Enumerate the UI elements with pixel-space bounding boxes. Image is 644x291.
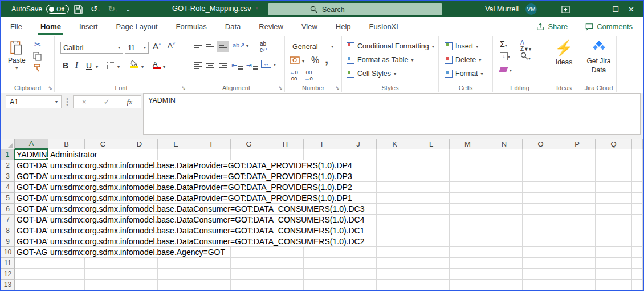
formula-input[interactable]: YADMIN bbox=[143, 93, 641, 135]
tab-view[interactable]: View bbox=[292, 17, 327, 36]
cell-O1[interactable] bbox=[523, 149, 559, 160]
row-header-6[interactable]: 6 bbox=[1, 204, 15, 215]
column-header-F[interactable]: F bbox=[194, 139, 231, 149]
orientation-icon[interactable]: ab↗ bbox=[233, 42, 244, 49]
cell-partial-10[interactable] bbox=[632, 247, 643, 258]
cell-K6[interactable] bbox=[377, 204, 413, 215]
column-header-D[interactable]: D bbox=[121, 139, 158, 149]
cell-A5[interactable]: GOT-DATA bbox=[15, 193, 48, 204]
fill-icon[interactable]: ↓▾ bbox=[500, 52, 510, 60]
font-name-select[interactable]: Calibri ▾ bbox=[60, 42, 123, 54]
number-format-select[interactable]: General ▾ bbox=[290, 41, 336, 52]
cell-C12[interactable] bbox=[85, 269, 121, 280]
search-input[interactable]: Search bbox=[268, 3, 442, 15]
cell-N1[interactable] bbox=[486, 149, 523, 160]
clipboard-dialog-launcher[interactable]: ⇘ bbox=[48, 85, 52, 91]
cell-C11[interactable] bbox=[85, 258, 121, 269]
cancel-icon[interactable]: × bbox=[82, 98, 87, 106]
cell-I12[interactable] bbox=[304, 269, 340, 280]
cell-Q4[interactable] bbox=[596, 182, 632, 193]
cell-O4[interactable] bbox=[523, 182, 559, 193]
cell-P1[interactable] bbox=[559, 149, 596, 160]
cell-L12[interactable] bbox=[413, 269, 450, 280]
cell-Q3[interactable] bbox=[596, 171, 632, 182]
row-header-11[interactable]: 11 bbox=[1, 258, 15, 269]
conditional-formatting-button[interactable]: Conditional Formatting▾ bbox=[347, 39, 434, 53]
borders-icon[interactable] bbox=[107, 62, 115, 70]
cell-M6[interactable] bbox=[450, 204, 486, 215]
top-align-icon[interactable] bbox=[191, 41, 204, 52]
cell-Q7[interactable] bbox=[596, 215, 632, 225]
cell-F12[interactable] bbox=[194, 269, 231, 280]
cell-E11[interactable] bbox=[158, 258, 194, 269]
cell-partial-9[interactable] bbox=[632, 236, 643, 247]
tab-insert[interactable]: Insert bbox=[70, 17, 107, 36]
cell-N11[interactable] bbox=[486, 258, 523, 269]
cell-O7[interactable] bbox=[523, 215, 559, 225]
cell-partial-3[interactable] bbox=[632, 171, 643, 182]
tab-data[interactable]: Data bbox=[216, 17, 250, 36]
cell-Q11[interactable] bbox=[596, 258, 632, 269]
column-header-L[interactable]: L bbox=[413, 139, 450, 149]
cell-I11[interactable] bbox=[304, 258, 340, 269]
cell-Q5[interactable] bbox=[596, 193, 632, 204]
cell-P10[interactable] bbox=[559, 247, 596, 258]
cell-M7[interactable] bbox=[450, 215, 486, 225]
cell-K8[interactable] bbox=[377, 225, 413, 236]
cell-A1[interactable]: YADMIN bbox=[15, 149, 48, 160]
cell-partial-11[interactable] bbox=[632, 258, 643, 269]
cell-N7[interactable] bbox=[486, 215, 523, 225]
column-header-J[interactable]: J bbox=[340, 139, 377, 149]
cell-O10[interactable] bbox=[523, 247, 559, 258]
cell-A2[interactable]: GOT-DATA bbox=[15, 160, 48, 171]
cell-O3[interactable] bbox=[523, 171, 559, 182]
cell-J12[interactable] bbox=[340, 269, 377, 280]
cell-B12[interactable] bbox=[48, 269, 85, 280]
cell-L8[interactable] bbox=[413, 225, 450, 236]
cell-N13[interactable] bbox=[486, 280, 523, 290]
increase-font-size-icon[interactable]: A˄ bbox=[153, 41, 161, 51]
decrease-decimal-icon[interactable]: .00→0 bbox=[304, 69, 313, 82]
cell-P6[interactable] bbox=[559, 204, 596, 215]
cell-L11[interactable] bbox=[413, 258, 450, 269]
cell-K11[interactable] bbox=[377, 258, 413, 269]
cell-P7[interactable] bbox=[559, 215, 596, 225]
tab-fusionxl[interactable]: FusionXL bbox=[360, 17, 410, 36]
column-header-N[interactable]: N bbox=[486, 139, 523, 149]
document-title[interactable]: GOT-Role_Mapping.csv ▾ bbox=[172, 4, 258, 13]
merge-center-icon[interactable]: ↔ bbox=[261, 60, 271, 68]
tab-formulas[interactable]: Formulas bbox=[167, 17, 216, 36]
tab-page-layout[interactable]: Page Layout bbox=[107, 17, 167, 36]
avatar[interactable]: VM bbox=[525, 3, 537, 15]
cell-O12[interactable] bbox=[523, 269, 559, 280]
middle-align-icon[interactable] bbox=[204, 41, 217, 52]
cell-L1[interactable] bbox=[413, 149, 450, 160]
cell-G10[interactable] bbox=[231, 247, 267, 258]
save-icon[interactable] bbox=[74, 5, 83, 14]
accounting-format-icon[interactable] bbox=[290, 56, 300, 66]
format-as-table-button[interactable]: Format as Table▾ bbox=[347, 53, 434, 67]
decrease-font-size-icon[interactable]: A˅ bbox=[168, 41, 175, 50]
fill-color-icon[interactable] bbox=[130, 60, 139, 68]
cell-K12[interactable] bbox=[377, 269, 413, 280]
cell-A7[interactable]: GOT-DATA bbox=[15, 215, 48, 225]
tab-review[interactable]: Review bbox=[250, 17, 292, 36]
decrease-indent-icon[interactable]: ⇤ bbox=[231, 61, 243, 70]
row-header-5[interactable]: 5 bbox=[1, 193, 15, 204]
cell-N4[interactable] bbox=[486, 182, 523, 193]
cell-A13[interactable] bbox=[15, 280, 48, 290]
cell-partial-13[interactable] bbox=[632, 280, 643, 290]
cell-M1[interactable] bbox=[450, 149, 486, 160]
comma-style-icon[interactable]: , bbox=[325, 52, 328, 67]
find-select-icon[interactable]: ▾ bbox=[520, 52, 531, 62]
autosum-icon[interactable]: Σ▾ bbox=[500, 39, 507, 48]
cell-A8[interactable]: GOT-DATA bbox=[15, 225, 48, 236]
percent-style-icon[interactable]: % bbox=[311, 55, 319, 66]
cell-B7[interactable]: urn:sdmx:org.sdmx.infomodel.base.DataCon… bbox=[48, 215, 85, 225]
cell-K13[interactable] bbox=[377, 280, 413, 290]
underline-button[interactable]: U bbox=[86, 61, 92, 70]
cell-H13[interactable] bbox=[267, 280, 304, 290]
cell-C13[interactable] bbox=[85, 280, 121, 290]
cell-P12[interactable] bbox=[559, 269, 596, 280]
column-header-O[interactable]: O bbox=[523, 139, 559, 149]
